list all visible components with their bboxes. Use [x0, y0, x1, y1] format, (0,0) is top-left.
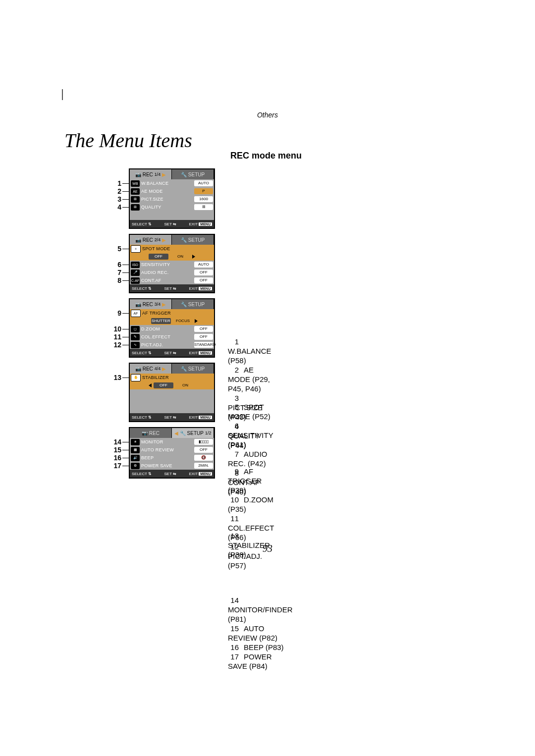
- wrench-icon: 🔧: [181, 237, 187, 243]
- row-label: AUDIO REC.: [141, 270, 194, 275]
- camera-icon: 📷: [135, 237, 141, 243]
- callout-leader: [122, 280, 129, 281]
- definition-number: 7: [228, 449, 239, 459]
- row-icon: ∿: [131, 342, 140, 348]
- row-label: AUTO REVIEW: [141, 447, 194, 452]
- definition-number: 5: [228, 402, 239, 412]
- menu-row: 🔊 BEEP 🔇: [130, 454, 214, 462]
- callout-number: 13: [111, 374, 121, 381]
- definition-line: 13STABILIZER (P38): [228, 531, 270, 559]
- row-label: COL.EFFECT: [141, 334, 194, 339]
- callout-number: 17: [111, 462, 121, 470]
- row-icon: 🔊: [131, 455, 140, 461]
- callout-number: 1: [111, 179, 121, 187]
- menu-row: AE AE MODE P: [130, 187, 214, 195]
- callout-leader: [122, 199, 129, 200]
- row-value: P: [194, 188, 213, 194]
- definition-number: 13: [228, 531, 239, 540]
- callout-leader: [122, 337, 129, 337]
- row-icon: WB: [131, 180, 140, 187]
- menu-button-icon: MENU: [199, 472, 212, 476]
- definition-line: 7AUDIO REC. (P42): [228, 449, 273, 468]
- definition-number: 14: [228, 595, 239, 605]
- setup-tab: 🔧SETUP: [172, 299, 214, 309]
- menu-row: ⊞ PICT.SIZE 1600: [130, 195, 214, 203]
- row-value: OFF: [194, 334, 213, 340]
- menu-row: + SPOT MODE: [130, 245, 214, 253]
- setup-tab: ◀ 🔧SETUP 1/2: [172, 428, 214, 438]
- rec-tab: 📷REC 3/4 ▶: [130, 299, 172, 309]
- row-icon: ☀: [131, 439, 140, 445]
- camera-menu-screen: 📷REC◀ 🔧SETUP 1/2 ☀ MONITOR ▮▯▯▯▯ ▦ AUTO …: [129, 427, 215, 479]
- row-value: 🔇: [194, 455, 213, 461]
- row-label: QUALITY: [141, 205, 194, 210]
- definition-text: W.BALANCE (P58): [228, 347, 271, 365]
- row-value: STANDARD: [194, 342, 213, 348]
- menu-nav-bar: SELECT ⇅ SET ⇆ EXIT MENU: [130, 220, 214, 228]
- callout-number: 14: [111, 438, 121, 446]
- updown-icon: ⇅: [147, 351, 152, 355]
- definition-line: 5SPOT MODE (P52): [228, 402, 273, 421]
- menu-button-icon: MENU: [199, 351, 212, 355]
- rec-tab: 📷REC 2/4 ▶: [130, 235, 172, 245]
- menu-nav-bar: SELECT ⇅ SET ⇆ EXIT MENU: [130, 470, 214, 478]
- row-value: AUTO: [194, 262, 213, 268]
- row-value: ⊞: [194, 204, 213, 210]
- callout-leader: [122, 345, 129, 345]
- row-label: PICT.SIZE: [141, 197, 194, 202]
- definition-line: 17POWER SAVE (P84): [228, 652, 293, 671]
- row-value: AUTO: [194, 180, 213, 186]
- definition-line: 6SENSITIVITY (P61): [228, 421, 273, 449]
- row-value: OFF: [194, 326, 213, 332]
- definition-line: 1W.BALANCE (P58): [228, 337, 271, 365]
- menu-button-icon: MENU: [199, 416, 212, 419]
- definition-number: 11: [228, 514, 239, 523]
- row-icon: ISO: [131, 262, 140, 268]
- option-pill: OFF: [154, 382, 173, 388]
- camera-icon: 📷: [135, 366, 141, 372]
- leftright-icon: ⇆: [172, 472, 176, 476]
- camera-menu-screen: 📷REC 4/4 ▶🔧SETUP ✋ STABILIZER OFF ON SEL…: [129, 363, 215, 422]
- callout-leader: [122, 207, 129, 208]
- wrench-icon: 🔧: [181, 172, 187, 177]
- definition-text: STABILIZER (P38): [228, 541, 270, 559]
- row-icon: ✎: [131, 334, 140, 340]
- row-icon: +: [131, 245, 141, 253]
- row-value: OFF: [194, 447, 213, 453]
- row-value: ▮▯▯▯▯: [194, 439, 213, 445]
- definition-number: 17: [228, 652, 239, 661]
- callout-leader: [122, 466, 129, 466]
- menu-row: WB W.BALANCE AUTO: [130, 179, 214, 187]
- section-heading: REC mode menu: [230, 151, 302, 161]
- callout-number: 3: [111, 195, 121, 203]
- row-icon: AE: [131, 188, 140, 195]
- option-pill: SHUTTER: [151, 318, 171, 324]
- option-pill-selected: ON: [175, 382, 195, 388]
- definition-number: 9: [228, 467, 239, 476]
- definition-text: SENSITIVITY (P61): [228, 431, 273, 449]
- menu-row: C-AF CONT.AF OFF: [130, 276, 214, 284]
- row-icon: 🎤: [131, 270, 140, 276]
- menu-row: ✋ STABILIZER: [130, 374, 214, 381]
- arrow-right-icon: [192, 255, 195, 259]
- definition-number: 2: [228, 365, 239, 375]
- row-value: OFF: [194, 270, 213, 275]
- leftright-icon: ⇆: [172, 351, 176, 355]
- callout-number: 7: [111, 269, 121, 276]
- camera-menu-screen: 📷REC 3/4 ▶🔧SETUP AF AF TRIGGER SHUTTER F…: [129, 298, 215, 358]
- leftright-icon: ⇆: [172, 415, 176, 420]
- definition-number: 16: [228, 643, 239, 652]
- camera-menu-screen: 📷REC 1/4 ▶🔧SETUP WB W.BALANCE AUTO AE AE…: [129, 168, 215, 229]
- callout-leader: [122, 450, 129, 450]
- definition-line: 10D.ZOOM (P35): [228, 495, 274, 514]
- menu-button-icon: MENU: [199, 287, 212, 290]
- row-label: SPOT MODE: [142, 246, 213, 251]
- row-label: BEEP: [141, 455, 194, 460]
- callout-leader: [122, 329, 129, 329]
- callout-number: 12: [111, 341, 121, 349]
- option-pills: OFF ON: [130, 381, 214, 389]
- camera-menu-screen: 📷REC 2/4 ▶🔧SETUP + SPOT MODE OFF ON ISO …: [129, 234, 215, 293]
- callout-leader: [122, 442, 129, 442]
- callout-number: 8: [111, 276, 121, 284]
- row-value: 2MIN.: [194, 463, 213, 469]
